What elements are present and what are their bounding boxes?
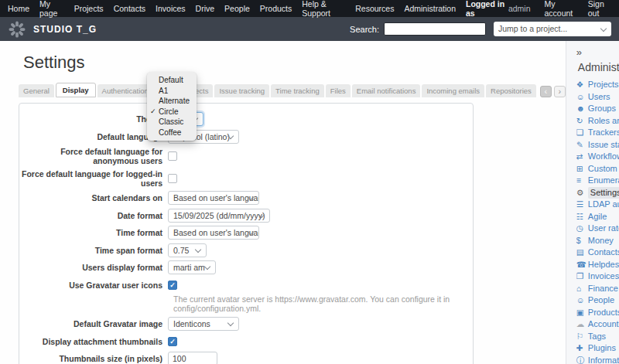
use-gravatar-checkbox[interactable]: ✓ (168, 281, 177, 290)
sidebar-item-information[interactable]: ⓘInformation (576, 355, 616, 364)
theme-option-circle[interactable]: ✓Circle (147, 107, 197, 117)
tabs-scroll-left-button[interactable]: ‹ (540, 86, 552, 97)
attachment-thumbnails-checkbox[interactable]: ✓ (168, 337, 177, 346)
studio-logo-icon (8, 20, 26, 39)
default-gravatar-image-label: Default Gravatar image (19, 319, 168, 328)
attachment-thumbnails-label: Display attachment thumbnails (19, 337, 168, 346)
sidebar-collapse-icon[interactable]: » (576, 46, 582, 58)
my-account-link[interactable]: My account (545, 0, 577, 18)
sidebar-item-custom-fields[interactable]: ⊞Custom fields (576, 163, 616, 175)
menu-home[interactable]: Home (8, 4, 29, 13)
sidebar-item-plugins[interactable]: ✚Plugins (576, 342, 616, 355)
sidebar-item-products[interactable]: ▣Products (576, 307, 616, 319)
theme-option-classic[interactable]: Classic (147, 117, 197, 128)
sidebar-item-tags[interactable]: ⚐Tags (576, 331, 616, 343)
tab-email-notifications[interactable]: Email notifications (352, 84, 421, 97)
users-display-format-select[interactable]: marti am (168, 260, 216, 274)
start-calendars-select[interactable]: Based on user's language (168, 191, 259, 205)
page-title: Settings (23, 53, 566, 73)
menu-resources[interactable]: Resources (355, 4, 394, 13)
agile-icon: ☷ (576, 211, 588, 223)
tab-time-tracking[interactable]: Time tracking (271, 84, 324, 97)
settings-tabs: General Display Authentication API Proje… (19, 83, 566, 97)
sign-out-link[interactable]: Sign out (588, 0, 611, 18)
time-format-select[interactable]: Based on user's language (168, 226, 259, 240)
sidebar-item-workflow[interactable]: ⇄Workflow (576, 151, 616, 163)
gravatar-note: The current avatar server is https://www… (173, 294, 473, 313)
search-input[interactable] (384, 22, 486, 36)
tab-files[interactable]: Files (326, 84, 351, 97)
roles-permissions-icon: ↻ (576, 115, 588, 128)
tab-display[interactable]: Display (56, 83, 96, 97)
default-language-row: Default language Español (latino) (19, 130, 473, 144)
logged-in-username[interactable]: admin (508, 4, 531, 13)
menu-contacts[interactable]: Contacts (114, 4, 145, 13)
sidebar-item-groups[interactable]: ☻Groups (576, 103, 616, 115)
time-span-format-select[interactable]: 0.75 (168, 243, 207, 257)
sidebar-item-finance[interactable]: ⌂Finance (576, 283, 616, 295)
finance-icon: ⌂ (576, 283, 588, 295)
tab-authentication[interactable]: Authentication (97, 84, 153, 97)
force-logged-in-checkbox[interactable] (168, 174, 177, 183)
sidebar-item-issue-statuses[interactable]: ✎Issue statuses (576, 139, 616, 151)
sidebar-item-invoices[interactable]: ❐Invoices (576, 270, 616, 283)
date-format-select[interactable]: 15/09/2025 (dd/mm/yyyy) (168, 209, 270, 223)
workflow-icon: ⇄ (576, 151, 588, 163)
menu-my-page[interactable]: My page (39, 0, 64, 18)
menu-invoices[interactable]: Invoices (156, 4, 186, 13)
tab-incoming-emails[interactable]: Incoming emails (422, 84, 484, 97)
users-display-format-label: Users display format (19, 263, 168, 272)
sidebar-item-people[interactable]: ☺People (576, 294, 616, 307)
thumbnails-size-row: Thumbnails size (in pixels) (19, 352, 473, 364)
logged-in-as-label: Logged in as (466, 0, 505, 18)
menu-products[interactable]: Products (260, 4, 292, 13)
enumerations-icon: ≡ (576, 175, 588, 187)
force-logged-in-label: Force default language for logged-in use… (19, 169, 168, 188)
theme-option-a1[interactable]: A1 (147, 86, 197, 97)
tab-repositories[interactable]: Repositories (486, 84, 536, 97)
sidebar-item-account[interactable]: ☁Account (576, 318, 616, 331)
jump-to-project-select[interactable]: Jump to a project... (494, 22, 611, 36)
theme-option-alternate[interactable]: Alternate (147, 96, 197, 107)
sidebar-item-user-rates[interactable]: ◷User rates (576, 223, 616, 235)
money-icon: $ (576, 235, 588, 247)
custom-fields-icon: ⊞ (576, 163, 588, 175)
menu-projects[interactable]: Projects (74, 4, 104, 13)
sidebar-item-projects[interactable]: ❖Projects (576, 79, 616, 91)
sidebar-item-ldap-authentication[interactable]: ☰LDAP authentication (576, 199, 616, 211)
trackers-icon: ❏ (576, 127, 588, 139)
users-icon: ☺ (576, 91, 588, 104)
theme-dropdown-popup: Default A1 Alternate ✓Circle Classic Cof… (147, 72, 197, 141)
tab-issue-tracking[interactable]: Issue tracking (214, 84, 269, 97)
sidebar-item-settings[interactable]: ⚙Settings (576, 187, 616, 199)
sidebar-item-agile[interactable]: ☷Agile (576, 211, 616, 223)
thumbnails-size-label: Thumbnails size (in pixels) (19, 354, 168, 363)
plugins-icon: ✚ (576, 342, 588, 355)
menu-administration[interactable]: Administration (404, 4, 456, 13)
sidebar-item-money[interactable]: $Money (576, 235, 616, 247)
admin-sidebar: » Administration ❖Projects ☺Users ☻Group… (566, 41, 619, 364)
menu-help-support[interactable]: Help & Support (302, 0, 345, 18)
sidebar-item-contacts[interactable]: ▤Contacts (576, 247, 616, 259)
tabs-scroll-right-button[interactable]: › (554, 86, 566, 97)
menu-drive[interactable]: Drive (196, 4, 215, 13)
thumbnails-size-input[interactable] (168, 352, 217, 364)
sidebar-item-trackers[interactable]: ❏Trackers (576, 127, 616, 139)
tags-icon: ⚐ (576, 331, 588, 343)
theme-row: Theme Circle (19, 112, 473, 126)
tab-general[interactable]: General (19, 84, 54, 97)
default-gravatar-image-select[interactable]: Identicons (168, 317, 239, 331)
contacts-icon: ▤ (576, 247, 588, 259)
theme-option-default[interactable]: Default (147, 75, 197, 86)
sidebar-item-roles-permissions[interactable]: ↻Roles and permissions (576, 115, 616, 128)
sidebar-item-users[interactable]: ☺Users (576, 91, 616, 104)
app-header-bar: STUDIO T_G Search: Jump to a project... (0, 17, 619, 41)
theme-option-coffee[interactable]: Coffee (147, 128, 197, 138)
sidebar-item-enumerations[interactable]: ≡Enumerations (576, 175, 616, 187)
menu-people[interactable]: People (224, 4, 250, 13)
force-anonymous-checkbox[interactable] (168, 151, 177, 161)
sidebar-item-helpdesk[interactable]: ☎Helpdesk (576, 259, 616, 271)
check-icon: ✓ (169, 281, 176, 289)
invoices-icon: ❐ (576, 270, 588, 283)
check-icon: ✓ (150, 107, 156, 117)
